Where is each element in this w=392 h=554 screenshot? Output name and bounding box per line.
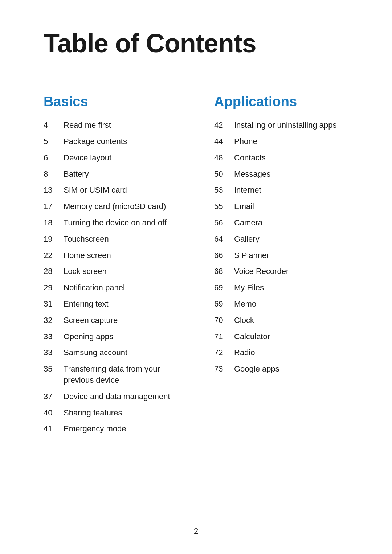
toc-item-label: Camera [234,217,262,229]
toc-page-num: 68 [214,266,234,277]
toc-item-label: Read me first [64,120,111,131]
toc-item: 18 Turning the device on and off [44,217,185,229]
toc-item-label: SIM or USIM card [64,185,127,196]
toc-item: 55 Email [214,201,356,212]
toc-item: 53 Internet [214,185,356,196]
toc-item: 37 Device and data management [44,391,185,402]
toc-item: 29 Notification panel [44,282,185,294]
toc-item-label: Calculator [234,331,270,342]
toc-item-label: Installing or uninstalling apps [234,120,337,131]
toc-item-label: Screen capture [64,315,118,326]
toc-page-num: 48 [214,152,234,164]
toc-item: 69 Memo [214,299,356,310]
toc-item: 19 Touchscreen [44,234,185,245]
toc-page-num: 53 [214,185,234,196]
toc-page-num: 32 [44,315,64,326]
toc-item: 71 Calculator [214,331,356,342]
toc-item-label: Phone [234,136,257,147]
applications-list: 42 Installing or uninstalling apps 44 Ph… [214,120,356,375]
toc-item: 32 Screen capture [44,315,185,326]
toc-page-num: 71 [214,331,234,342]
toc-item: 6 Device layout [44,152,185,164]
page-number: 2 [194,526,198,535]
toc-page-num: 55 [214,201,234,212]
toc-item-label: Transferring data from your previous dev… [64,364,185,386]
toc-page-num: 22 [44,250,64,261]
toc-item: 42 Installing or uninstalling apps [214,120,356,131]
toc-item: 28 Lock screen [44,266,185,277]
toc-item: 31 Entering text [44,299,185,310]
toc-item-label: Entering text [64,299,109,310]
applications-column: Applications 42 Installing or uninstalli… [214,94,356,380]
toc-item: 13 SIM or USIM card [44,185,185,196]
toc-item: 44 Phone [214,136,356,147]
toc-page-num: 33 [44,331,64,342]
toc-item: 5 Package contents [44,136,185,147]
toc-item: 72 Radio [214,347,356,358]
toc-item-label: Sharing features [64,407,122,419]
toc-item-label: Clock [234,315,254,326]
toc-item: 33 Opening apps [44,331,185,342]
basics-list: 4 Read me first 5 Package contents 6 Dev… [44,120,185,435]
toc-page-num: 19 [44,234,64,245]
toc-item-label: Memo [234,299,256,310]
toc-page-num: 50 [214,169,234,180]
toc-item: 64 Gallery [214,234,356,245]
toc-item-label: Google apps [234,364,279,375]
toc-item-label: Email [234,201,254,212]
page-title: Table of Contents [44,29,356,58]
toc-item-label: Package contents [64,136,127,147]
toc-item: 69 My Files [214,282,356,294]
toc-item-label: Emergency mode [64,423,126,435]
toc-page-num: 69 [214,282,234,294]
toc-page-num: 40 [44,407,64,419]
toc-item: 41 Emergency mode [44,423,185,435]
toc-page-num: 37 [44,391,64,402]
page: Table of Contents Basics 4 Read me first… [0,0,392,554]
toc-item-label: Lock screen [64,266,107,277]
toc-item: 73 Google apps [214,364,356,375]
toc-item: 50 Messages [214,169,356,180]
toc-page-num: 31 [44,299,64,310]
toc-item-label: S Planner [234,250,269,261]
toc-item-label: Home screen [64,250,111,261]
toc-item: 66 S Planner [214,250,356,261]
toc-item-label: Touchscreen [64,234,109,245]
toc-page-num: 13 [44,185,64,196]
toc-page-num: 29 [44,282,64,294]
toc-item: 70 Clock [214,315,356,326]
toc-item: 4 Read me first [44,120,185,131]
toc-item-label: My Files [234,282,264,294]
toc-item: 48 Contacts [214,152,356,164]
toc-item-label: Voice Recorder [234,266,289,277]
toc-page-num: 17 [44,201,64,212]
toc-item-label: Contacts [234,152,266,164]
toc-item-label: Device and data management [64,391,170,402]
toc-page-num: 35 [44,364,64,375]
toc-page-num: 64 [214,234,234,245]
toc-page-num: 56 [214,217,234,229]
toc-page-num: 8 [44,169,64,180]
toc-item: 17 Memory card (microSD card) [44,201,185,212]
toc-item-label: Radio [234,347,255,358]
toc-page-num: 70 [214,315,234,326]
basics-column: Basics 4 Read me first 5 Package content… [44,94,185,440]
toc-item: 40 Sharing features [44,407,185,419]
toc-item: 68 Voice Recorder [214,266,356,277]
toc-item: 8 Battery [44,169,185,180]
toc-page-num: 5 [44,136,64,147]
toc-item-label: Opening apps [64,331,113,342]
toc-page-num: 18 [44,217,64,229]
toc-item-label: Gallery [234,234,260,245]
toc-page-num: 69 [214,299,234,310]
toc-item-label: Device layout [64,152,111,164]
toc-page-num: 4 [44,120,64,131]
toc-item-label: Samsung account [64,347,127,358]
toc-page-num: 28 [44,266,64,277]
toc-item: 33 Samsung account [44,347,185,358]
toc-page-num: 42 [214,120,234,131]
toc-page-num: 6 [44,152,64,164]
toc-item-label: Battery [64,169,89,180]
toc-item: 22 Home screen [44,250,185,261]
toc-item: 56 Camera [214,217,356,229]
